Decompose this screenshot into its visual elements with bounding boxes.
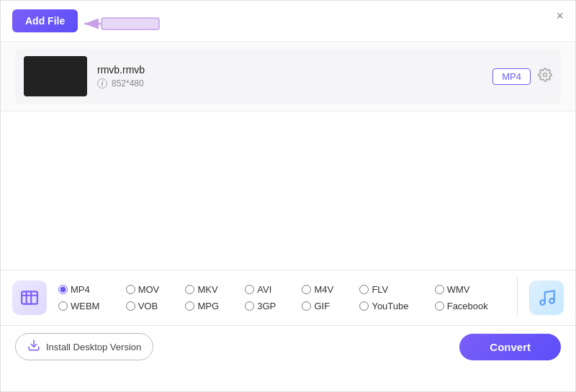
format-option-webm[interactable]: WEBM: [53, 299, 120, 313]
music-icon: [538, 288, 557, 307]
file-info: rmvb.rmvb i 852*480: [97, 64, 482, 88]
file-name: rmvb.rmvb: [97, 64, 482, 76]
format-selector: MP4 MOV MKV AVI M4V FLV WMV WEBM VOB MPG: [1, 270, 575, 325]
format-option-wmv[interactable]: WMV: [429, 283, 508, 296]
svg-point-10: [540, 300, 545, 305]
format-badge-button[interactable]: MP4: [492, 68, 531, 85]
close-button[interactable]: ×: [556, 9, 564, 22]
format-option-m4v[interactable]: M4V: [296, 283, 354, 296]
format-option-mpg[interactable]: MPG: [179, 299, 239, 313]
top-bar: Add File ×: [1, 1, 575, 42]
file-resolution: 852*480: [112, 78, 144, 88]
format-option-facebook[interactable]: Facebook: [429, 299, 508, 313]
format-option-vob[interactable]: VOB: [120, 299, 180, 313]
settings-icon[interactable]: [538, 68, 552, 86]
format-radio-grid: MP4 MOV MKV AVI M4V FLV WMV WEBM VOB MPG: [53, 283, 508, 313]
format-option-gif[interactable]: GIF: [296, 299, 354, 313]
add-file-button[interactable]: Add File: [12, 9, 78, 32]
footer: Install Desktop Version Convert: [1, 325, 575, 368]
download-icon: [27, 339, 40, 355]
file-actions: MP4: [492, 68, 552, 86]
format-option-mp4[interactable]: MP4: [53, 283, 120, 296]
svg-rect-4: [22, 291, 37, 304]
info-icon: i: [97, 78, 107, 88]
audio-format-icon-box[interactable]: [529, 281, 564, 315]
svg-point-3: [544, 73, 547, 76]
file-thumbnail: [24, 56, 87, 96]
format-option-youtube[interactable]: YouTube: [354, 299, 428, 313]
install-label: Install Desktop Version: [46, 342, 141, 352]
format-separator: [517, 278, 518, 318]
file-item: rmvb.rmvb i 852*480 MP4: [15, 49, 561, 104]
svg-point-11: [549, 298, 554, 304]
file-list: rmvb.rmvb i 852*480 MP4: [1, 42, 575, 111]
format-option-mov[interactable]: MOV: [120, 283, 180, 296]
install-desktop-button[interactable]: Install Desktop Version: [15, 333, 153, 360]
convert-button[interactable]: Convert: [459, 334, 561, 360]
file-meta: i 852*480: [97, 78, 482, 88]
format-option-3gp[interactable]: 3GP: [239, 299, 296, 313]
empty-area: [1, 111, 575, 270]
format-option-flv[interactable]: FLV: [354, 283, 428, 296]
format-option-mkv[interactable]: MKV: [179, 283, 239, 296]
video-icon: [20, 288, 39, 307]
svg-rect-1: [102, 18, 159, 29]
format-option-avi[interactable]: AVI: [239, 283, 296, 296]
arrow-hint-icon: [80, 11, 166, 37]
video-format-icon-box[interactable]: [12, 281, 47, 315]
